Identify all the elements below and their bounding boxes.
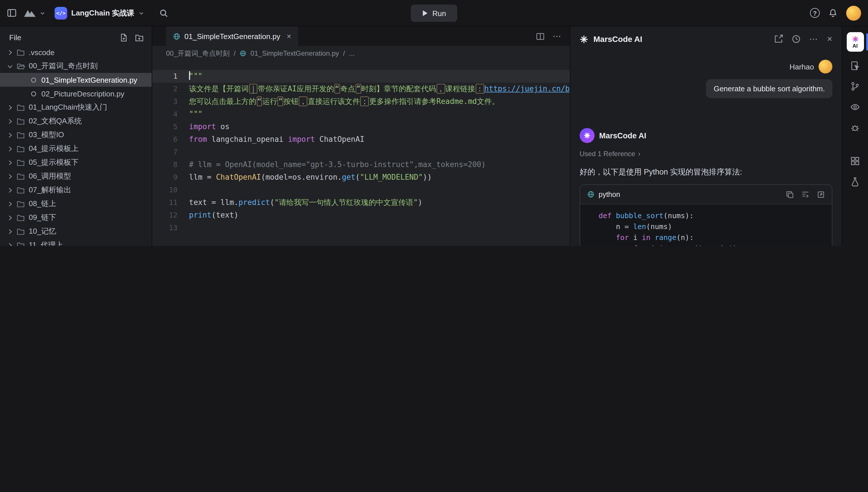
run-label: Run <box>432 9 446 18</box>
chevron-down-icon <box>5 62 15 70</box>
folder-icon <box>15 214 26 221</box>
topbar: </> LangChain 实战课 Run ? <box>0 0 868 26</box>
folder-icon <box>15 186 26 194</box>
user-avatar[interactable] <box>846 5 861 20</box>
line-number: 8 <box>152 158 178 171</box>
insert-code-icon[interactable] <box>801 190 810 198</box>
chevron-right-icon <box>5 104 15 111</box>
line-number: 1 <box>152 70 178 83</box>
code-block-content: def bubble_sort(nums): n = len(nums) for… <box>580 204 832 246</box>
chevron-right-icon <box>5 214 15 221</box>
notifications-icon[interactable] <box>828 8 838 18</box>
tree-item-folder[interactable]: 00_开篇词_奇点时刻 <box>0 59 152 73</box>
code-block-header: python <box>580 185 832 204</box>
tree-item-folder[interactable]: 06_调用模型 <box>0 169 152 183</box>
code-line: def bubble_sort(nums): <box>587 210 825 221</box>
editor-tab[interactable]: 01_SimpleTextGeneration.py × <box>166 26 298 46</box>
tab-close-icon[interactable]: × <box>287 31 291 41</box>
tree-item-label: 07_解析输出 <box>29 185 71 195</box>
tree-item-file[interactable]: 01_SimpleTextGeneration.py <box>0 73 152 87</box>
tree-item-folder[interactable]: 09_链下 <box>0 211 152 224</box>
line-number: 5 <box>152 121 178 133</box>
user-message: Generate a bubble sort algorithm. <box>706 79 832 98</box>
tree-item-folder[interactable]: 07_解析输出 <box>0 183 152 197</box>
reference-link[interactable]: Used 1 Reference › <box>580 150 832 158</box>
extensions-icon[interactable] <box>850 156 860 166</box>
breadcrumb-separator: / <box>343 49 345 57</box>
tree-item-label: 01_SimpleTextGeneration.py <box>41 75 137 84</box>
breadcrumb-file[interactable]: 01_SimpleTextGeneration.py <box>251 49 339 57</box>
tree-item-folder[interactable]: 03_模型IO <box>0 128 152 142</box>
tree-item-folder[interactable]: 10_记忆 <box>0 224 152 238</box>
folder-icon <box>15 241 26 246</box>
python-file-icon <box>173 32 180 40</box>
split-editor-icon[interactable] <box>536 32 545 41</box>
tree-item-folder[interactable]: 08_链上 <box>0 197 152 211</box>
debug-icon[interactable] <box>850 123 860 132</box>
folder-icon <box>15 104 26 111</box>
new-file-icon[interactable] <box>119 33 128 42</box>
tree-item-folder[interactable]: 01_LangChain快速入门 <box>0 100 152 114</box>
chevron-right-icon <box>5 173 15 180</box>
folder-icon <box>15 228 26 235</box>
tree-item-folder[interactable]: 02_文档QA系统 <box>0 114 152 128</box>
chevron-right-icon <box>5 117 15 125</box>
code-line: 1""" <box>152 70 570 83</box>
breadcrumb-more[interactable]: ... <box>349 49 355 57</box>
help-icon[interactable]: ? <box>810 8 820 18</box>
new-folder-icon[interactable] <box>135 33 144 42</box>
source-control-icon[interactable] <box>850 81 860 91</box>
more-actions-icon[interactable]: ⋯ <box>553 31 562 41</box>
file-preview-icon[interactable] <box>850 61 860 71</box>
copy-icon[interactable] <box>786 190 794 198</box>
line-number: 9 <box>152 171 178 184</box>
tree-item-file[interactable]: 02_PictureDescription.py <box>0 87 152 100</box>
app-logo[interactable] <box>24 8 36 18</box>
explorer-header: File <box>0 26 152 45</box>
more-options-icon[interactable]: ⋯ <box>809 34 818 44</box>
history-icon[interactable] <box>791 34 800 44</box>
code-editor[interactable]: 1"""2该文件是【开篇词｜带你亲证AI应用开发的“奇点”时刻】章节的配套代码，… <box>152 61 570 234</box>
line-number: 3 <box>152 95 178 108</box>
tree-item-folder[interactable]: 04_提示模板上 <box>0 142 152 155</box>
chat-messages: Harhao Generate a bubble sort algorithm.… <box>570 60 842 246</box>
new-chat-icon[interactable] <box>774 34 783 44</box>
marscode-spark-icon <box>580 35 588 43</box>
marscode-ai-panel: MarsCode AI ⋯ × Harhao Generate a bubble… <box>570 26 842 246</box>
apply-to-file-icon[interactable] <box>817 190 825 198</box>
chevron-right-icon <box>5 200 15 207</box>
close-panel-icon[interactable]: × <box>827 34 832 44</box>
editor-tabbar: 01_SimpleTextGeneration.py × ⋯ <box>152 26 570 46</box>
code-line: 8# llm = OpenAI(model_name="gpt-3.5-turb… <box>152 158 570 171</box>
tree-item-folder[interactable]: 05_提示模板下 <box>0 155 152 169</box>
code-line: 3您可以点击最上方的“运行”按钮，直接运行该文件；更多操作指引请参考Readme… <box>152 95 570 108</box>
code-line: 11text = llm.predict("请给我写一句情人节红玫瑰的中文宣传语… <box>152 196 570 209</box>
sidebar-toggle-icon[interactable] <box>7 8 17 18</box>
run-button[interactable]: Run <box>410 5 458 22</box>
tree-item-label: 00_开篇词_奇点时刻 <box>29 61 98 71</box>
line-number: 2 <box>152 83 178 95</box>
eye-icon[interactable] <box>850 102 860 112</box>
code-line: 10 <box>152 184 570 196</box>
code-link[interactable]: https://juejin.cn/b <box>484 84 569 93</box>
tree-item-label: 06_调用模型 <box>29 171 71 181</box>
breadcrumb-folder[interactable]: 00_开篇词_奇点时刻 <box>166 49 230 58</box>
line-number: 7 <box>152 146 178 158</box>
tree-item-folder[interactable]: 11_代理上 <box>0 238 152 246</box>
python-icon <box>587 191 594 198</box>
tree-item-label: 03_模型IO <box>29 130 64 140</box>
tree-item-label: 02_PictureDescription.py <box>41 89 124 98</box>
search-icon[interactable] <box>159 8 168 18</box>
assistant-text: 好的，以下是使用 Python 实现的冒泡排序算法: <box>580 167 832 177</box>
chevron-right-icon <box>5 228 15 235</box>
lab-icon[interactable] <box>850 177 860 187</box>
chevron-right-icon <box>5 159 15 166</box>
line-number: 12 <box>152 209 178 222</box>
chevron-right-icon <box>5 186 15 194</box>
tree-item-folder[interactable]: .vscode <box>0 45 152 59</box>
line-number: 6 <box>152 133 178 146</box>
workspace-chevron-icon[interactable] <box>40 10 45 16</box>
active-tool-indicator <box>866 33 868 51</box>
marscode-ai-tool-button[interactable]: AI <box>842 32 868 52</box>
project-switcher[interactable]: </> LangChain 实战课 <box>54 7 144 19</box>
